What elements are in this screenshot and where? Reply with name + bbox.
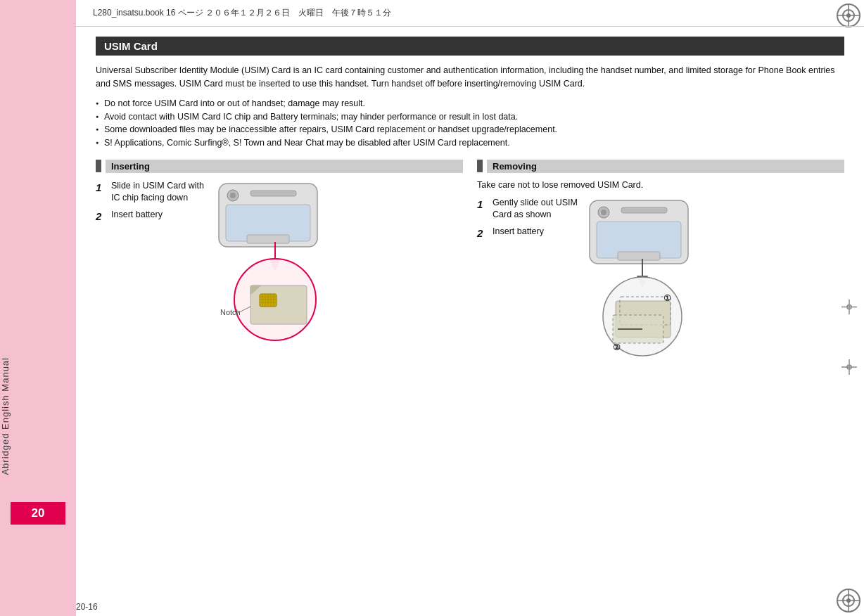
remove-diagram: ① ② bbox=[579, 197, 844, 359]
remove-step-2-text: Insert battery bbox=[493, 226, 544, 238]
bullet-item-2: Avoid contact with USIM Card IC chip and… bbox=[96, 110, 844, 124]
bullet-item-4: S! Applications, Comic Surfing®, S! Town… bbox=[96, 136, 844, 150]
bullet-item-1: Do not force USIM Card into or out of ha… bbox=[96, 97, 844, 110]
section-title: USIM Card bbox=[96, 37, 844, 56]
inserting-header-text: Inserting bbox=[106, 160, 463, 173]
step-2-num: 2 bbox=[96, 209, 107, 224]
header-bar: L280_insatsu.book 16 ページ ２０６年１２月２６日 火曜日 … bbox=[76, 0, 864, 27]
svg-text:Notch: Notch bbox=[220, 308, 241, 316]
svg-point-34 bbox=[230, 193, 236, 198]
svg-text:②: ② bbox=[613, 342, 621, 352]
removing-header-bar bbox=[477, 160, 483, 172]
removing-caution: Take care not to lose removed USIM Card. bbox=[477, 180, 844, 190]
page-number-badge: 20 bbox=[11, 502, 65, 525]
bullet-list: Do not force USIM Card into or out of ha… bbox=[96, 97, 844, 150]
inserting-steps: 1 Slide in USIM Card withIC chip facing … bbox=[96, 180, 205, 228]
svg-rect-59 bbox=[618, 252, 660, 260]
removing-header: Removing bbox=[477, 160, 844, 173]
inserting-header-bar bbox=[96, 160, 101, 172]
removing-header-text: Removing bbox=[487, 160, 844, 173]
removing-content: 1 Gently slide out USIMCard as shown 2 I… bbox=[477, 197, 844, 359]
step-1-num: 1 bbox=[96, 180, 107, 195]
header-text: L280_insatsu.book 16 ページ ２０６年１２月２６日 火曜日 … bbox=[93, 7, 391, 19]
svg-point-56 bbox=[601, 210, 606, 215]
insert-diagram: Notch bbox=[205, 180, 463, 342]
svg-rect-41 bbox=[250, 285, 307, 324]
removing-steps: 1 Gently slide out USIMCard as shown 2 I… bbox=[477, 197, 579, 245]
sidebar: Abridged English Manual 20 bbox=[0, 0, 76, 616]
bottom-page-ref: 20-16 bbox=[76, 602, 98, 612]
svg-rect-35 bbox=[250, 191, 296, 196]
inserting-header: Inserting bbox=[96, 160, 463, 173]
inserting-content: 1 Slide in USIM Card withIC chip facing … bbox=[96, 180, 463, 342]
bullet-item-3: Some downloaded files may be inaccessibl… bbox=[96, 123, 844, 136]
removing-step-2: 2 Insert battery bbox=[477, 226, 579, 240]
svg-rect-37 bbox=[247, 235, 289, 243]
two-column-section: Inserting 1 Slide in USIM Card withIC ch… bbox=[96, 160, 844, 359]
main-content: USIM Card Universal Subscriber Identity … bbox=[76, 27, 864, 596]
svg-rect-57 bbox=[621, 207, 667, 213]
step-2-text: Insert battery bbox=[111, 209, 163, 222]
inserting-step-1: 1 Slide in USIM Card withIC chip facing … bbox=[96, 180, 205, 205]
svg-point-19 bbox=[846, 598, 851, 603]
remove-step-1-num: 1 bbox=[477, 197, 488, 212]
inserting-section: Inserting 1 Slide in USIM Card withIC ch… bbox=[96, 160, 463, 359]
removing-step-1: 1 Gently slide out USIMCard as shown bbox=[477, 197, 579, 222]
removing-section: Removing Take care not to lose removed U… bbox=[477, 160, 844, 359]
sidebar-label: Abridged English Manual bbox=[0, 357, 76, 475]
step-1-text: Slide in USIM Card withIC chip facing do… bbox=[111, 180, 204, 205]
intro-text: Universal Subscriber Identity Module (US… bbox=[96, 64, 844, 91]
inserting-step-2: 2 Insert battery bbox=[96, 209, 205, 224]
svg-text:①: ① bbox=[663, 293, 671, 303]
remove-diagram-svg: ① ② bbox=[579, 197, 713, 359]
remove-step-1-text: Gently slide out USIMCard as shown bbox=[493, 197, 578, 222]
insert-diagram-svg: Notch bbox=[205, 180, 345, 342]
remove-step-2-num: 2 bbox=[477, 226, 488, 240]
